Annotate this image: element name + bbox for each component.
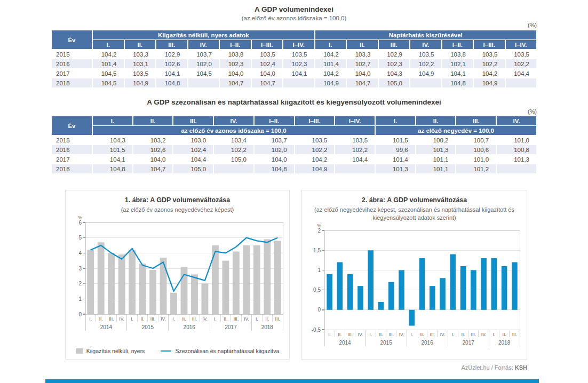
value-cell: 104,2 [474, 69, 505, 78]
svg-text:2016: 2016 [183, 324, 195, 330]
quarter-header: I. [315, 40, 346, 49]
svg-text:1: 1 [317, 267, 321, 273]
value-cell: 101,3 [416, 145, 456, 154]
year-cell: 2017 [52, 69, 92, 78]
value-cell: 104,1 [93, 155, 132, 164]
value-cell: 104,5 [188, 69, 219, 78]
value-cell [283, 78, 314, 87]
value-cell: 99,6 [376, 145, 415, 154]
quarter-header: III. [173, 116, 213, 125]
year-header: Év [52, 116, 92, 135]
svg-text:IV.: IV. [357, 332, 363, 337]
value-cell: 103,5 [252, 50, 283, 59]
bar [471, 270, 476, 309]
value-cell: 100,8 [497, 145, 536, 154]
svg-text:4: 4 [78, 250, 82, 256]
quarter-header: IV. [410, 40, 441, 49]
svg-text:III.: III. [512, 332, 517, 337]
svg-text:II.: II. [182, 316, 186, 322]
svg-text:I.: I. [172, 316, 175, 322]
bar [139, 264, 146, 314]
value-cell: 102,6 [133, 145, 173, 154]
value-cell: 101,5 [376, 135, 415, 145]
page-title: A GDP volumenindexei [0, 5, 588, 13]
value-cell: 104,0 [255, 155, 294, 164]
svg-text:-0,5: -0,5 [311, 326, 321, 332]
group-header-calendar: Naptárhatás kiszűrésével [315, 30, 537, 39]
value-cell: 102,7 [347, 59, 378, 68]
value-cell [335, 164, 375, 173]
table-row: 2018104,5104,9104,8104,7104,7104,9104,71… [52, 78, 536, 87]
bar [409, 309, 415, 325]
value-cell: 104,3 [379, 69, 410, 78]
svg-text:II.: II. [461, 332, 465, 337]
value-cell: 104,8 [156, 78, 187, 87]
svg-text:2018: 2018 [498, 340, 510, 346]
value-cell: 104,9 [315, 78, 346, 87]
value-cell: 103,8 [442, 50, 473, 59]
bar [108, 253, 115, 314]
value-cell: 102,2 [506, 59, 537, 68]
value-cell: 103,5 [125, 69, 156, 78]
table-row: 2017104,5103,5104,1104,5104,0104,0104,11… [52, 69, 536, 78]
value-cell: 101,4 [93, 59, 124, 68]
quarter-header: I–IV. [283, 40, 314, 49]
svg-text:II.: II. [502, 332, 506, 337]
group-header-same-period: az előző év azonos időszaka = 100,0 [93, 126, 375, 135]
chart1-subtitle: (az előző év azonos negyedévéhez képest) [66, 206, 289, 214]
value-cell: 101,2 [456, 164, 496, 173]
bar [399, 270, 404, 309]
value-cell: 104,4 [506, 69, 537, 78]
chart2-plot: -0,500,511,52%I.II.III.IV.I.II.III.IV.I.… [302, 222, 527, 356]
page-subtitle: (az előző év azonos időszaka = 100,0) [0, 15, 588, 21]
svg-text:2: 2 [317, 227, 321, 233]
value-cell: 103,5 [283, 50, 314, 59]
bar [512, 262, 518, 309]
value-cell: 104,2 [295, 155, 335, 164]
svg-text:I.: I. [492, 332, 495, 337]
svg-text:2: 2 [78, 281, 82, 286]
bar [170, 293, 177, 314]
bar [429, 286, 435, 310]
table-row: 2016101,4103,1102,6102,0102,3102,4102,31… [52, 59, 536, 68]
svg-text:I.: I. [328, 332, 331, 337]
year-cell: 2015 [52, 50, 92, 59]
value-cell: 101,5 [93, 145, 132, 154]
value-cell: 104,4 [335, 155, 375, 164]
quarter-header: I–IV. [506, 40, 537, 49]
svg-text:III.: III. [471, 332, 475, 337]
value-cell: 105,0 [173, 164, 213, 173]
value-cell: 104,8 [93, 164, 132, 173]
legend-item: Kiigazítás nélküli, nyers [76, 348, 145, 354]
svg-text:III.: III. [430, 332, 434, 337]
chart2-title: 2. ábra: A GDP volumenváltozása [302, 196, 527, 204]
bar [347, 274, 353, 310]
svg-text:III.: III. [388, 332, 393, 337]
svg-text:IV.: IV. [161, 316, 166, 322]
value-cell: 105,0 [214, 155, 253, 164]
bar [357, 286, 363, 310]
value-cell: 103,2 [133, 135, 173, 145]
quarter-header: III. [156, 40, 187, 49]
svg-text:IV.: IV. [244, 316, 249, 322]
bar [274, 241, 281, 314]
value-cell: 104,2 [93, 50, 124, 59]
svg-text:II.: II. [99, 316, 102, 322]
quarter-header: I–II. [255, 116, 294, 125]
legend-line-swatch [161, 350, 171, 352]
svg-text:III.: III. [233, 316, 238, 322]
value-cell: 104,9 [474, 78, 505, 87]
value-cell: 104,9 [125, 78, 156, 87]
group-header-prev-quarter: az előző negyedév = 100,0 [376, 126, 536, 135]
value-cell: 104,0 [252, 69, 283, 78]
quarter-header: I–IV. [335, 116, 375, 125]
svg-text:III.: III. [347, 332, 352, 337]
value-cell: 102,2 [474, 59, 505, 68]
value-cell: 104,9 [410, 69, 441, 78]
value-cell: 102,6 [156, 59, 187, 68]
value-cell: 102,3 [379, 59, 410, 68]
bar [440, 278, 446, 310]
svg-text:%: % [77, 215, 82, 220]
value-cell: 104,0 [220, 69, 251, 78]
bar [253, 245, 260, 314]
